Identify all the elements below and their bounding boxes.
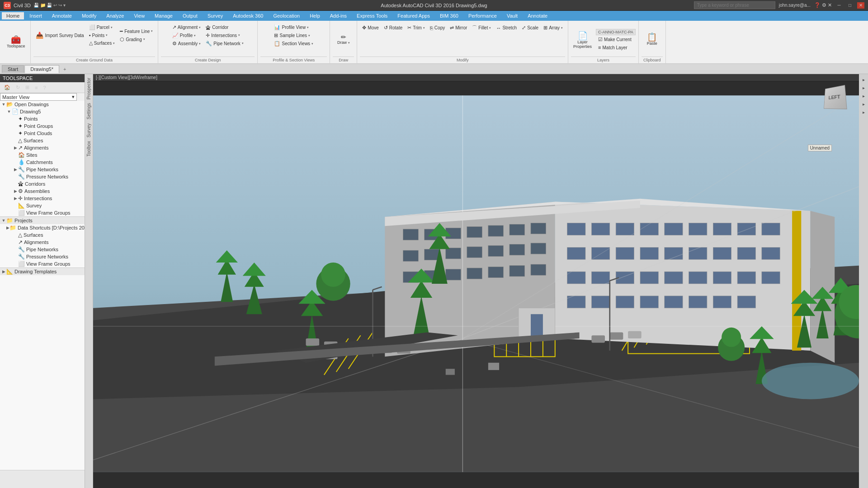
- tab-start[interactable]: Start: [2, 65, 24, 73]
- tree-node-catchments[interactable]: 💧 Catchments: [0, 159, 85, 166]
- tree-node-drawing5[interactable]: ▼ 📄 Drawing5: [0, 108, 85, 115]
- tree-node-projects[interactable]: ▼ 📁 Projects: [0, 216, 85, 224]
- corridor-button[interactable]: 🛣Corridor: [203, 24, 245, 31]
- tree-node-assemblies[interactable]: ▶ ⚙ Assemblies: [0, 188, 85, 195]
- intersections-button[interactable]: ✛Intersections ▾: [203, 32, 245, 39]
- tree-node-view-frame-groups-proj[interactable]: ⬜ View Frame Groups: [0, 260, 85, 267]
- tree-node-pipe-networks-proj[interactable]: 🔧 Pipe Networks: [0, 246, 85, 253]
- stretch-button[interactable]: ↔Stretch: [494, 24, 519, 32]
- mirror-button[interactable]: ⇌Mirror: [448, 24, 469, 32]
- viewport-canvas[interactable]: LEFT Unnamed: [93, 81, 859, 486]
- tree-node-intersections[interactable]: ▶ ✛ Intersections: [0, 195, 85, 202]
- menu-tab-analyze[interactable]: Analyze: [102, 12, 128, 19]
- move-button[interactable]: ✥Move: [360, 24, 381, 32]
- surfaces-button[interactable]: △Surfaces ▾: [87, 39, 117, 47]
- menu-tab-featuredapps[interactable]: Featured Apps: [393, 12, 434, 19]
- menu-tab-view[interactable]: View: [129, 12, 149, 19]
- svg-marker-101: [793, 301, 815, 316]
- layer-properties-button[interactable]: 📄 LayerProperties: [571, 30, 594, 50]
- assembly-button[interactable]: ⚙Assembly ▾: [170, 40, 203, 47]
- section-views-button[interactable]: 📋Section Views ▾: [272, 40, 316, 47]
- tree-node-corridors[interactable]: 🛣 Corridors: [0, 180, 85, 188]
- profile-view-button[interactable]: 📊Profile View ▾: [272, 23, 311, 31]
- cube-face-left[interactable]: LEFT: [824, 85, 847, 109]
- rt-btn-4[interactable]: ▸: [860, 100, 867, 108]
- menu-tab-manage[interactable]: Manage: [150, 12, 177, 19]
- restore-button[interactable]: □: [846, 2, 854, 9]
- pipe-network-button[interactable]: 🔧Pipe Network ▾: [203, 40, 245, 47]
- tree-node-survey[interactable]: 📐 Survey: [0, 202, 85, 209]
- draw-button[interactable]: ✏ Draw ▾: [335, 33, 352, 46]
- rotate-button[interactable]: ↺Rotate: [382, 24, 405, 32]
- tree-node-points[interactable]: ✦ Points: [0, 115, 85, 122]
- menu-tab-help[interactable]: Help: [305, 12, 325, 19]
- menu-tab-annotate2[interactable]: Annotate: [523, 12, 552, 19]
- tree-node-pressure-networks[interactable]: 🔧 Pressure Networks: [0, 173, 85, 180]
- import-survey-button[interactable]: 📥 Import Survey Data: [33, 31, 86, 40]
- match-layer-button[interactable]: ≡Match Layer: [596, 44, 636, 51]
- tab-add-button[interactable]: +: [60, 66, 70, 73]
- side-survey[interactable]: Survey: [85, 122, 92, 139]
- tree-node-point-groups[interactable]: ✦ Point Groups: [0, 122, 85, 130]
- ts-help-btn[interactable]: ?: [41, 84, 48, 92]
- parcel-button[interactable]: ⬜Parcel ▾: [87, 23, 117, 31]
- tree-node-open-drawings[interactable]: ▼ 📂 Open Drawings: [0, 101, 85, 108]
- array-button[interactable]: ⊞Array ▾: [541, 24, 565, 32]
- ts-home-btn[interactable]: 🏠: [2, 83, 13, 92]
- menu-tab-insert[interactable]: Insert: [25, 12, 47, 19]
- side-settings[interactable]: Settings: [85, 101, 92, 121]
- rt-btn-3[interactable]: ▸: [860, 92, 867, 99]
- master-view-dropdown[interactable]: Master View ▾: [0, 93, 77, 101]
- tree-node-drawing-templates[interactable]: ▶ 📐 Drawing Templates: [0, 267, 85, 275]
- rt-btn-5[interactable]: ▸: [860, 108, 867, 116]
- menu-tab-express[interactable]: Express Tools: [352, 12, 392, 19]
- profile-view-icon: 📊: [274, 24, 280, 30]
- menu-tab-autodesk360[interactable]: Autodesk 360: [228, 12, 268, 19]
- points-button[interactable]: •Points ▾: [87, 32, 117, 39]
- ts-expand-btn[interactable]: ⊞: [23, 83, 32, 92]
- menu-tab-geolocation[interactable]: Geolocation: [269, 12, 304, 19]
- tree-node-surfaces[interactable]: △ Surfaces: [0, 137, 85, 144]
- tree-node-data-shortcuts[interactable]: ▶ 📁 Data Shortcuts [D:\Projects 2015\...: [0, 224, 85, 231]
- menu-tab-modify[interactable]: Modify: [77, 12, 101, 19]
- sample-lines-button[interactable]: ⊞Sample Lines ▾: [272, 32, 312, 39]
- menu-tab-addins[interactable]: Add-ins: [326, 12, 351, 19]
- view-cube[interactable]: LEFT: [823, 86, 854, 117]
- tree-node-pressure-networks-proj[interactable]: 🔧 Pressure Networks: [0, 253, 85, 260]
- copy-button[interactable]: ⎘Copy: [428, 24, 447, 32]
- menu-tab-performance[interactable]: Performance: [464, 12, 501, 19]
- rt-btn-2[interactable]: ▸: [860, 84, 867, 91]
- tab-drawing5[interactable]: Drawing5*: [24, 65, 59, 73]
- tree-node-point-clouds[interactable]: ✦ Point Clouds: [0, 130, 85, 137]
- tree-node-pipe-networks[interactable]: ▶ 🔧 Pipe Networks: [0, 166, 85, 173]
- alignment-button[interactable]: ↗Alignment ▾: [170, 23, 203, 31]
- search-input[interactable]: [694, 1, 775, 9]
- menu-tab-survey[interactable]: Survey: [203, 12, 227, 19]
- menu-tab-home[interactable]: Home: [2, 12, 24, 19]
- tree-node-alignments-proj[interactable]: ↗ Alignments: [0, 239, 85, 246]
- rt-btn-1[interactable]: ▸: [860, 76, 867, 83]
- grading-button[interactable]: ⬡Grading ▾: [118, 36, 155, 43]
- ts-refresh-btn[interactable]: ↻: [14, 83, 22, 92]
- minimize-button[interactable]: ─: [835, 2, 843, 9]
- trim-button[interactable]: ✂Trim ▾: [405, 24, 427, 32]
- side-toolbox[interactable]: Toolbox: [85, 139, 92, 158]
- menu-tab-output[interactable]: Output: [178, 12, 202, 19]
- paste-button[interactable]: 📋 Paste: [645, 32, 660, 47]
- menu-tab-annotate[interactable]: Annotate: [47, 12, 76, 19]
- tree-node-view-frame-groups[interactable]: ⬜ View Frame Groups: [0, 209, 85, 216]
- tree-node-sites[interactable]: 🏠 Sites: [0, 151, 85, 159]
- scale-button[interactable]: ⤢Scale: [519, 24, 541, 32]
- feature-line-button[interactable]: ━Feature Line ▾: [118, 28, 155, 35]
- tree-node-surfaces-proj[interactable]: △ Surfaces: [0, 231, 85, 239]
- toolspace-button[interactable]: 🧰 Toolspace: [5, 34, 28, 50]
- close-button[interactable]: ✕: [857, 2, 864, 9]
- menu-tab-vault[interactable]: Vault: [502, 12, 522, 19]
- ts-list-btn[interactable]: ≡: [33, 84, 40, 92]
- make-current-button[interactable]: ☑Make Current: [596, 36, 636, 43]
- side-prospector[interactable]: Prospector: [85, 76, 92, 101]
- tree-node-alignments[interactable]: ▶ ↗ Alignments: [0, 144, 85, 151]
- fillet-button[interactable]: ⌒Fillet ▾: [470, 23, 493, 32]
- menu-tab-bim360[interactable]: BIM 360: [435, 12, 463, 19]
- profile-button[interactable]: 📈Profile ▾: [170, 32, 203, 39]
